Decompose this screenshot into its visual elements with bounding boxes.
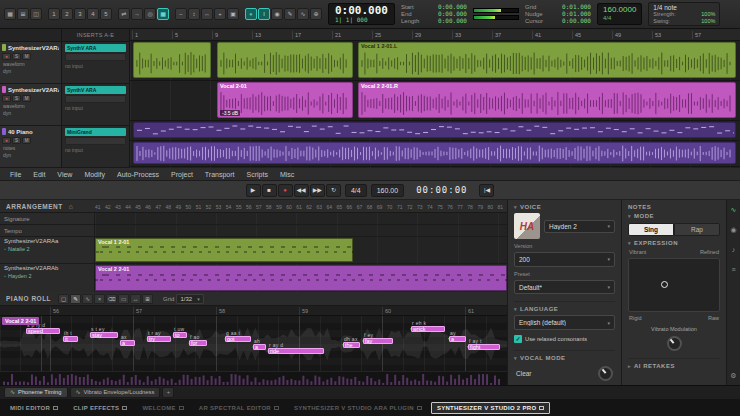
record-button[interactable]: ● [278,184,293,197]
arrangement-row-area[interactable] [95,213,507,224]
record-arm-button[interactable]: ● [2,137,11,144]
active-clip-chip[interactable]: Vocal 2 2-01 [2,317,39,325]
voice-select[interactable]: Hayden 2 ▾ [544,220,615,233]
insert-slot[interactable] [65,95,126,103]
window-tool-icon-2[interactable]: ◫ [30,8,42,20]
edit-tool-icon-4[interactable]: ∿ [297,8,309,20]
loop-button[interactable]: ↻ [326,184,341,197]
vocal-mode-section-header[interactable]: ▾ VOCAL MODE [514,350,615,361]
audio-clip[interactable] [217,42,353,78]
home-icon[interactable]: ⌂ [69,203,73,210]
arrangement-track-name[interactable]: SynthesizerV2ARAb [4,265,90,271]
piano-note[interactable]: aha [253,344,266,350]
piano-roll-tool-icon-6[interactable]: ↔ [130,294,141,304]
edit-tool-icon-3[interactable]: ✎ [284,8,296,20]
piano-note[interactable]: t r aytry [147,336,171,342]
version-select[interactable]: 200 ▾ [514,252,615,267]
arrangement-track-name[interactable]: Tempo [4,228,22,234]
track-header[interactable]: SynthesizerV2ARAb●SMwaveformdyn [0,84,61,126]
memory-button-3[interactable]: 3 [74,8,86,20]
vocal-mode-knob[interactable] [598,366,613,381]
return-to-start-button[interactable]: |◀ [479,184,494,197]
settings-icon[interactable]: ⚙ [730,371,736,380]
mode-section-header[interactable]: ▾ MODE [628,213,720,219]
time-signature-box[interactable]: 4/4 [345,184,367,197]
edit-tool-icon-1[interactable]: I [258,8,270,20]
language-section-header[interactable]: ▾ LANGUAGE [514,301,615,312]
arrangement-bar-ruler[interactable]: 4142434445464748495051525354555657585960… [95,200,507,213]
midi-clip[interactable] [133,122,736,138]
piano-roll-grid[interactable]: Vocal 2 2-01 s p iy dspeedih tits t eyst… [0,316,507,371]
record-arm-button[interactable]: ● [2,95,11,102]
audio-clip[interactable]: Vocal 2-01-3.5 dB [217,82,353,118]
mute-button[interactable]: M [22,95,31,102]
memory-button-5[interactable]: 5 [100,8,112,20]
solo-button[interactable]: S [12,53,21,60]
voice-avatar[interactable]: HA [514,213,540,239]
stop-button[interactable]: ■ [262,184,277,197]
mic-icon[interactable]: ◉ [730,225,736,234]
quantize-panel[interactable]: 1/4 note Strength: 100% Swing: 100% [648,2,720,27]
lane-tab-phoneme-timing[interactable]: ∿Phoneme Timing [4,387,68,398]
arrangement-row-area[interactable]: Vocal 1 2-01 [95,237,507,263]
voice-section-header[interactable]: ▾ VOICE [514,204,615,210]
vibrato-modulation-knob[interactable] [667,336,682,351]
grid-value-select[interactable]: 1/32 ▾ [176,294,203,304]
window-tab-midi-editor[interactable]: MIDI EDITOR [4,402,64,414]
audio-clip[interactable] [133,42,211,78]
expression-pad-cursor[interactable] [661,281,668,288]
menu-scripts[interactable]: Scripts [241,171,274,178]
expression-pad[interactable] [628,258,720,312]
solo-button[interactable]: S [12,95,21,102]
memory-button-1[interactable]: 1 [48,8,60,20]
selection-field[interactable]: Start0:00.000 [401,4,467,10]
edit-tool-icon-5[interactable]: ⊕ [310,8,322,20]
track-io[interactable]: no input [65,63,126,69]
audio-clip[interactable]: Vocal 1 2-01.L [358,42,736,78]
menu-edit[interactable]: Edit [27,171,51,178]
bar-ruler[interactable]: 159131721252933374145495357 [130,29,740,41]
insert-slot[interactable]: MiniGrand [65,128,126,136]
selection-field[interactable]: Length0:00.000 [401,18,467,24]
piano-note[interactable]: aya [449,336,466,342]
preset-select[interactable]: Default* ▾ [514,280,615,295]
piano-note[interactable]: ih tit [63,336,78,342]
window-tool-icon-1[interactable]: ⊞ [17,8,29,20]
grid-nudge-field[interactable]: Cursor0:00.000 [525,18,591,24]
lane-tab-vibrato-envelope-loudness[interactable]: ∿Vibrato Envelope/Loudness [70,387,161,398]
relaxed-consonants-checkbox[interactable]: ✓ Use relaxed consonants [514,335,615,343]
record-arm-button[interactable]: ● [2,53,11,60]
piano-roll-tool-icon-4[interactable]: ⌫ [106,294,117,304]
track-view-selector[interactable]: waveform [2,103,59,110]
piano-note[interactable]: g aa tgot [225,336,251,342]
piano-roll-tool-icon-1[interactable]: ✎ [70,294,81,304]
window-tab-clip-effects[interactable]: CLIP EFFECTS [67,402,133,414]
main-counter[interactable]: 0:00.000 1| 1| 000 [328,3,395,26]
memory-button-2[interactable]: 2 [61,8,73,20]
insert-slot[interactable] [65,53,126,61]
arrangement-clip[interactable]: Vocal 1 2-01 [95,238,353,262]
sing-mode-button[interactable]: Sing [628,223,674,236]
piano-note[interactable]: f aofor [189,340,207,346]
piano-note[interactable]: s t eystay [90,332,118,338]
tempo-box[interactable]: 160.00 [371,184,404,197]
piano-roll-ruler[interactable]: 565758596061 [0,306,507,316]
piano-note[interactable]: s p iy dspeed [26,328,60,334]
window-tab-welcome[interactable]: WELCOME [136,402,189,414]
piano-note[interactable]: f ay tfight [468,344,500,350]
piano-note[interactable]: t uwto [173,332,187,338]
ai-retakes-section-header[interactable]: ▸ AI RETAKES [628,358,720,369]
arrangement-track-name[interactable]: SynthesizerV2ARAa [4,238,90,244]
zoom-tool-icon-1[interactable]: ↕ [188,8,200,20]
arrangement-clip[interactable]: Vocal 2 2-01 [95,265,507,291]
edit-mode-icon-3[interactable]: ▦ [157,8,169,20]
menu-transport[interactable]: Transport [199,171,241,178]
edit-tool-icon-2[interactable]: ◉ [271,8,283,20]
audio-clip[interactable] [133,142,736,164]
window-tool-icon-0[interactable]: ▦ [4,8,16,20]
language-select[interactable]: English (default) ▾ [514,315,615,330]
menu-autoprocess[interactable]: Auto-Process [111,171,165,178]
track-automation-selector[interactable]: dyn [2,110,59,117]
insert-slot[interactable]: SynthV ARA [65,44,126,52]
mixer-icon[interactable]: ≡ [731,265,735,274]
